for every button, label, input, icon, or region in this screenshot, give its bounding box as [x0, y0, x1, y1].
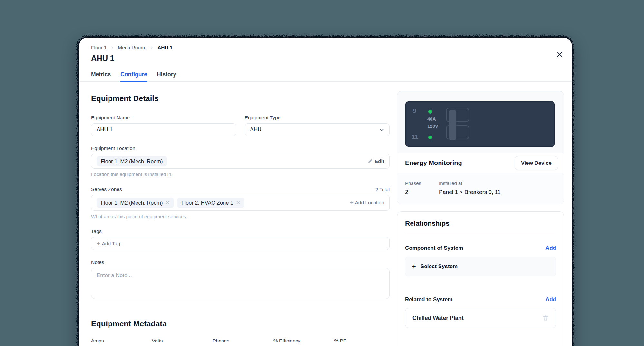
chevron-right-icon [110, 46, 114, 50]
add-location-button[interactable]: + Add Location [350, 200, 384, 206]
equipment-location-field[interactable]: Floor 1, M2 (Mech. Room) Edit [91, 154, 390, 169]
add-component-link[interactable]: Add [545, 245, 556, 251]
breadcrumb-item-equipment: AHU 1 [157, 45, 173, 51]
edit-location-button[interactable]: Edit [367, 158, 384, 164]
component-of-system-label: Component of System [405, 245, 463, 251]
metadata-grid: Amps Volts Phases % Efficiency % PF [91, 338, 390, 346]
pencil-icon [367, 159, 373, 164]
remove-zone-icon[interactable]: ✕ [236, 200, 240, 206]
phases-field-group: Phases [213, 338, 268, 346]
breaker-volts-label: 120V [427, 124, 438, 129]
modal-header: Floor 1 Mech Room. AHU 1 AHU 1 Metrics C… [79, 38, 572, 82]
add-related-link[interactable]: Add [545, 296, 556, 303]
phases-stat-label: Phases [405, 181, 439, 186]
tab-configure[interactable]: Configure [120, 71, 147, 82]
breaker-amps-label: 40A [427, 117, 436, 122]
relationships-heading: Relationships [405, 220, 556, 227]
trash-icon[interactable] [542, 315, 549, 321]
equipment-type-value: AHU [250, 126, 262, 133]
related-system-row: Chilled Water Plant [405, 308, 556, 328]
status-dot-green [428, 110, 432, 114]
zone-chip: Floor 1, M2 (Mech. Room) ✕ [97, 198, 174, 208]
edit-location-label: Edit [375, 158, 384, 164]
plus-icon: + [97, 241, 100, 247]
add-tag-button[interactable]: + Add Tag [91, 237, 390, 250]
plus-icon: + [412, 262, 416, 271]
equipment-type-select[interactable]: AHU [245, 123, 390, 136]
sidebar-panels: 9 40A 120V 11 Energy Monitoring View Dev… [397, 82, 564, 346]
location-chip: Floor 1, M2 (Mech. Room) [97, 156, 167, 166]
status-dot-green [428, 136, 432, 139]
add-location-label: Add Location [355, 200, 384, 206]
efficiency-field-group: % Efficiency [273, 338, 329, 346]
notes-textarea[interactable] [91, 268, 390, 299]
pf-field-group: % PF [334, 338, 390, 346]
breaker-tie-handle [449, 110, 456, 140]
efficiency-label: % Efficiency [273, 338, 329, 344]
phases-label: Phases [213, 338, 268, 344]
related-to-system-label: Related to System [405, 296, 452, 303]
related-system-name: Chilled Water Plant [412, 315, 464, 322]
tab-metrics[interactable]: Metrics [91, 71, 111, 82]
device-stats: Phases 2 Installed at Panel 1 > Breakers… [397, 173, 564, 204]
page-background: Floor 1 Mech Room. AHU 1 AHU 1 Metrics C… [0, 0, 644, 346]
serves-zones-label: Serves Zones [91, 186, 122, 192]
equipment-details-heading: Equipment Details [91, 94, 390, 103]
configure-form: Equipment Details Equipment Name Equipme… [91, 82, 390, 346]
equipment-modal: Floor 1 Mech Room. AHU 1 AHU 1 Metrics C… [79, 38, 572, 346]
tab-bar: Metrics Configure History [91, 71, 176, 82]
volts-field-group: Volts [152, 338, 208, 346]
breaker-visualization: 9 40A 120V 11 [397, 91, 564, 153]
amps-label: Amps [91, 338, 147, 344]
energy-monitoring-card: 9 40A 120V 11 Energy Monitoring View Dev… [397, 91, 564, 204]
breaker-number-11: 11 [412, 133, 418, 140]
energy-monitoring-title: Energy Monitoring [405, 159, 462, 167]
installed-at-stat: Installed at Panel 1 > Breakers 9, 11 [439, 181, 501, 196]
zones-total-count: 2 Total [375, 187, 390, 192]
relationships-card: Relationships Component of System Add + … [397, 211, 564, 346]
remove-zone-icon[interactable]: ✕ [166, 200, 170, 206]
amps-field-group: Amps [91, 338, 147, 346]
view-device-button[interactable]: View Device [515, 156, 558, 170]
installed-at-value: Panel 1 > Breakers 9, 11 [439, 189, 501, 196]
equipment-name-input[interactable] [91, 123, 236, 136]
location-helper-text: Location this equipment is installed in. [91, 172, 390, 177]
breadcrumb-item-floor[interactable]: Floor 1 [91, 45, 107, 51]
serves-zones-field[interactable]: Floor 1, M2 (Mech. Room) ✕ Floor 2, HVAC… [91, 195, 390, 211]
chevron-right-icon [150, 46, 154, 50]
equipment-name-label: Equipment Name [91, 115, 236, 121]
close-icon[interactable] [554, 49, 565, 60]
select-system-button[interactable]: + Select System [405, 257, 556, 276]
plus-icon: + [350, 200, 354, 206]
page-title: AHU 1 [91, 54, 114, 63]
equipment-name-field-group: Equipment Name [91, 115, 236, 136]
tags-label: Tags [91, 228, 390, 234]
chevron-down-icon [379, 127, 385, 133]
select-system-label: Select System [421, 263, 458, 270]
equipment-type-field-group: Equipment Type AHU [245, 115, 390, 136]
breadcrumb: Floor 1 Mech Room. AHU 1 [91, 45, 173, 51]
notes-label: Notes [91, 259, 390, 265]
divider [405, 232, 556, 232]
zone-chip-label: Floor 2, HVAC Zone 1 [181, 200, 233, 206]
tab-history[interactable]: History [157, 71, 176, 82]
pf-label: % PF [334, 338, 390, 344]
breadcrumb-item-room[interactable]: Mech Room. [118, 45, 146, 51]
phases-stat: Phases 2 [405, 181, 439, 196]
zone-chip-label: Floor 1, M2 (Mech. Room) [101, 200, 163, 206]
breaker-panel-graphic: 9 40A 120V 11 [405, 101, 555, 147]
volts-label: Volts [152, 338, 208, 344]
equipment-type-label: Equipment Type [245, 115, 390, 121]
installed-at-label: Installed at [439, 181, 501, 186]
add-tag-label: Add Tag [102, 241, 120, 247]
energy-monitoring-header: Energy Monitoring View Device [397, 153, 564, 173]
zones-helper-text: What areas this piece of equipment servi… [91, 214, 390, 219]
equipment-location-label: Equipment Location [91, 145, 390, 151]
zone-chip: Floor 2, HVAC Zone 1 ✕ [177, 198, 244, 208]
equipment-metadata-heading: Equipment Metadata [91, 319, 390, 328]
breaker-number-9: 9 [413, 108, 416, 115]
phases-stat-value: 2 [405, 189, 439, 196]
